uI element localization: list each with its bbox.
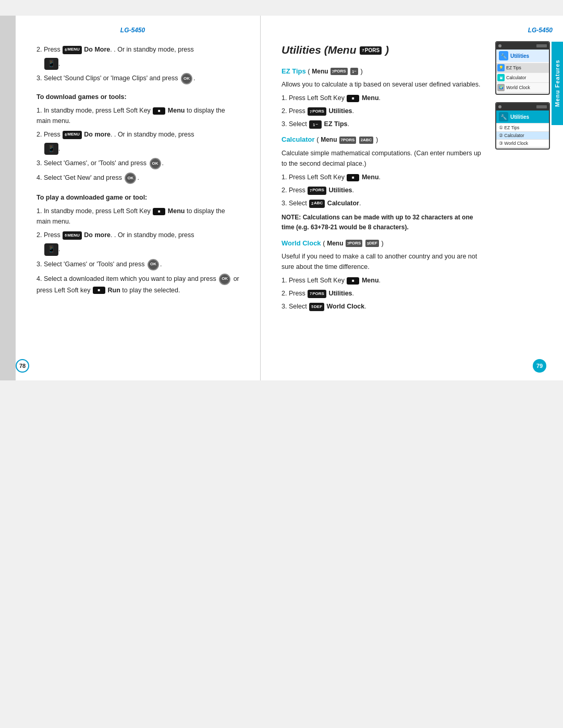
wc-step2: 2. Press 7PORS Utilities. (282, 288, 487, 299)
screen2-dot1 (498, 105, 501, 108)
left-gray-bar (0, 16, 16, 380)
screen2-items: ① EZ Tips ② Calculator ③ World Clock (496, 123, 549, 149)
btn-6menu-3: 6MENU (63, 231, 81, 240)
wc-menu-sub: 5DEF (365, 240, 379, 247)
screen2-label: Utilities (510, 114, 529, 120)
calc-menu-num: 7PORS (339, 137, 357, 144)
screen2-header (496, 103, 549, 110)
btn-ok-1: OK (181, 73, 192, 84)
screen1-item-2: 🖩 Calculator (496, 73, 549, 83)
btn-ok-4: OK (148, 259, 159, 270)
page-num-right: 79 (533, 359, 546, 373)
screen1-items: 💡 EZ Tips 🖩 Calculator 🌍 World Clock (496, 62, 549, 94)
softkey-menu-2: ■ (153, 208, 165, 215)
s2-step4: 4. Select a downloaded item which you wa… (36, 274, 239, 295)
section1-title: To download games or tools: (36, 92, 239, 102)
screen1-dot1 (498, 44, 501, 47)
right-header: LG-5450 (282, 26, 553, 34)
worldclock-heading: World Clock ( Menu 7PORS 5DEF ) (282, 238, 487, 249)
right-content: Utilities (Menu 7PORS ) EZ Tips ( Menu 7… (282, 41, 553, 314)
calc-note: NOTE: Calculations can be made with up t… (282, 213, 487, 232)
calc-step2: 2. Press 7PORS Utilities. (282, 185, 487, 195)
btn-ok-5: OK (219, 274, 230, 285)
phone-screens: 🔧 Utilities 💡 EZ Tips 🖩 Calculator (495, 41, 553, 314)
phone-screen-2: 🔧 Utilities ① EZ Tips ② Calculator ③ Wor… (495, 102, 550, 150)
sidebar-tab: Menu Features (552, 42, 563, 125)
step2a: 2. Press 6MENU Do More. . Or in standby … (36, 44, 239, 55)
s1-step2: 2. Press 6MENU Do more. . Or in standby … (36, 129, 239, 140)
screen1-header (496, 42, 549, 50)
btn-ok-3: OK (125, 172, 136, 184)
btn-2abc: 2ABC (309, 200, 325, 208)
screen1-label: Utilities (510, 53, 529, 59)
phone-icon-2: 📱. (44, 143, 239, 155)
s1-step3: 3. Select 'Games', or 'Tools' and press … (36, 158, 239, 169)
btn-5def: 5DEF (309, 303, 324, 311)
wc-menu-num: 7PORS (346, 240, 363, 247)
screen2-item3: ③ World Clock (496, 140, 549, 147)
ez-step3: 3. Select 1~ EZ Tips. (282, 119, 487, 129)
calc-menu-sub: 2ABC (359, 137, 373, 144)
screen1-item-1: 💡 EZ Tips (496, 63, 549, 73)
ez-tips-heading: EZ Tips ( Menu 7PORS 1~ ) (282, 66, 487, 77)
wc-step1: 1. Press Left Soft Key ■ Menu. (282, 275, 487, 286)
calc-step3: 3. Select 2ABC Calculator. (282, 198, 487, 208)
btn-1tilde: 1~ (309, 120, 322, 129)
btn-7pors-ez: 7PORS (308, 107, 326, 116)
btn-6menu-2: 6MENU (63, 131, 81, 139)
phone-icon-1: 📱. (44, 58, 239, 70)
s1-step4: 4. Select 'Get New' and press OK. (36, 172, 239, 184)
left-page: LG-5450 2. Press 6MENU Do More. . Or in … (0, 16, 261, 380)
btn-7pors-calc: 7PORS (308, 187, 326, 195)
left-content: 2. Press 6MENU Do More. . Or in standby … (36, 44, 239, 295)
screen1-bar (536, 44, 547, 47)
step3a: 3. Select 'Sound Clips' or 'Image Clips'… (36, 73, 239, 84)
screen2-title-row: 🔧 Utilities (496, 110, 549, 123)
ez-step2: 2. Press 7PORS Utilities. (282, 106, 487, 116)
right-text-block: Utilities (Menu 7PORS ) EZ Tips ( Menu 7… (282, 41, 487, 314)
left-model: LG-5450 (120, 27, 145, 34)
wc-step3: 3. Select 5DEF World Clock. (282, 301, 487, 312)
ez-tips-menu-num: 7PORS (331, 68, 348, 75)
screen1-item-3: 🌍 World Clock (496, 83, 549, 93)
calc-description: Calculate simple mathematical computatio… (282, 148, 487, 169)
ez-tips-description: Allows you to calculate a tip based on s… (282, 79, 487, 90)
item3-icon: 🌍 (497, 84, 505, 91)
softkey-menu-1: ■ (153, 107, 165, 115)
s2-step2: 2. Press 6MENU Do more. . Or in standby … (36, 230, 239, 240)
right-model: LG-5450 (528, 27, 553, 34)
screen2-icon: 🔧 (499, 112, 508, 121)
ez-step1: 1. Press Left Soft Key ■ Menu. (282, 93, 487, 103)
calc-step1: 1. Press Left Soft Key ■ Menu. (282, 172, 487, 182)
phone-icon-3: 📱. (44, 243, 239, 255)
screen2-item2: ② Calculator (496, 132, 549, 140)
softkey-run: ■ (93, 287, 105, 294)
phone-screen-1: 🔧 Utilities 💡 EZ Tips 🖩 Calculator (495, 41, 550, 95)
btn-ok-2: OK (150, 158, 161, 169)
btn-6menu-1: 6MENU (63, 46, 81, 54)
s2-step1: 1. In standby mode, press Left Soft Key … (36, 206, 239, 227)
page-num-left: 78 (16, 359, 29, 373)
item2-icon: 🖩 (497, 74, 505, 81)
right-page: LG-5450 Utilities (Menu 7PORS ) EZ Tips … (261, 16, 563, 380)
softkey-wc-1: ■ (347, 277, 359, 285)
btn-7pors-wc: 7PORS (308, 290, 326, 298)
s1-step1: 1. In standby mode, press Left Soft Key … (36, 105, 239, 126)
screen1-icon: 🔧 (499, 51, 508, 60)
wc-description: Useful if you need to make a call to ano… (282, 251, 487, 272)
screen2-item1: ① EZ Tips (496, 124, 549, 132)
left-header: LG-5450 (26, 26, 239, 34)
section2-title: To play a downloaded game or tool: (36, 192, 239, 203)
screen2-bar (536, 105, 547, 108)
screen1-title-row: 🔧 Utilities (496, 50, 549, 62)
menu-7pors-title: 7PORS (360, 46, 382, 55)
calculator-heading: Calculator ( Menu 7PORS 2ABC ) (282, 134, 487, 145)
s2-step3: 3. Select 'Games' or 'Tools' and press O… (36, 259, 239, 270)
softkey-calc-1: ■ (347, 174, 359, 181)
item1-icon: 💡 (497, 64, 505, 71)
softkey-ez-1: ■ (347, 95, 359, 102)
ez-tips-menu-sub: 1~ (350, 68, 358, 75)
utilities-title: Utilities (Menu 7PORS ) (282, 41, 487, 59)
